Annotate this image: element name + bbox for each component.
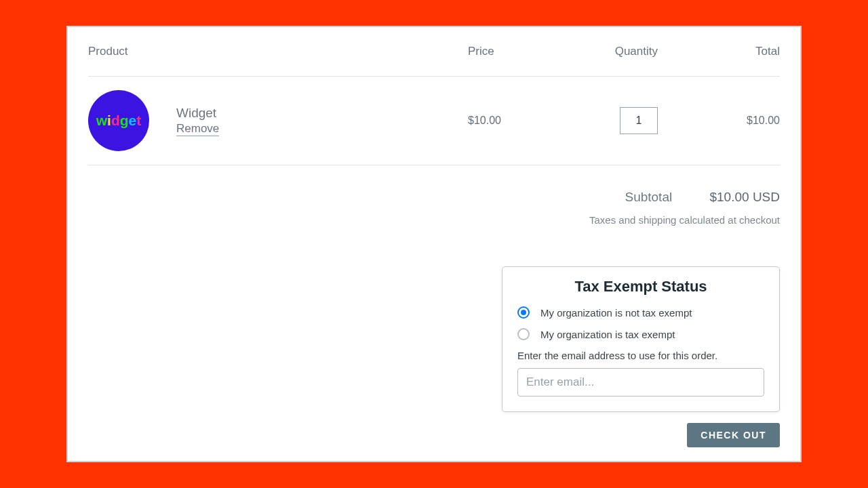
radio-not-exempt-label: My organization is not tax exempt (540, 307, 692, 319)
quantity-cell (563, 107, 685, 134)
cart-summary: Subtotal $10.00 USD Taxes and shipping c… (88, 190, 780, 226)
product-name: Widget (176, 106, 219, 121)
radio-exempt-label: My organization is tax exempt (540, 329, 675, 340)
tax-shipping-note: Taxes and shipping calculated at checkou… (88, 214, 780, 226)
line-total: $10.00 (685, 115, 780, 127)
cart-row: widget Widget Remove $10.00 $10.00 (88, 77, 780, 165)
header-total: Total (685, 45, 780, 58)
subtotal-label: Subtotal (625, 190, 672, 204)
header-quantity: Quantity (563, 45, 685, 58)
checkout-button[interactable]: CHECK OUT (687, 423, 780, 447)
radio-not-exempt[interactable]: My organization is not tax exempt (517, 306, 764, 319)
header-price: Price (468, 45, 563, 58)
radio-icon (517, 306, 530, 319)
header-product: Product (88, 45, 468, 58)
tax-exempt-title: Tax Exempt Status (517, 278, 764, 296)
unit-price: $10.00 (468, 115, 563, 127)
cart-header-row: Product Price Quantity Total (88, 45, 780, 77)
thumbnail-text-icon: widget (96, 113, 142, 129)
radio-exempt[interactable]: My organization is tax exempt (517, 328, 764, 340)
radio-icon (517, 328, 530, 340)
subtotal-amount: $10.00 USD (709, 190, 780, 204)
product-thumbnail[interactable]: widget (88, 90, 149, 151)
subtotal-line: Subtotal $10.00 USD (88, 190, 780, 205)
email-label: Enter the email address to use for this … (517, 350, 764, 361)
product-info: Widget Remove (176, 106, 219, 136)
tax-exempt-panel: Tax Exempt Status My organization is not… (502, 266, 780, 412)
email-input[interactable] (517, 368, 764, 396)
remove-link[interactable]: Remove (176, 122, 219, 136)
product-cell: widget Widget Remove (88, 90, 468, 151)
cart-card: Product Price Quantity Total widget Widg… (66, 26, 802, 462)
quantity-input[interactable] (620, 107, 658, 134)
